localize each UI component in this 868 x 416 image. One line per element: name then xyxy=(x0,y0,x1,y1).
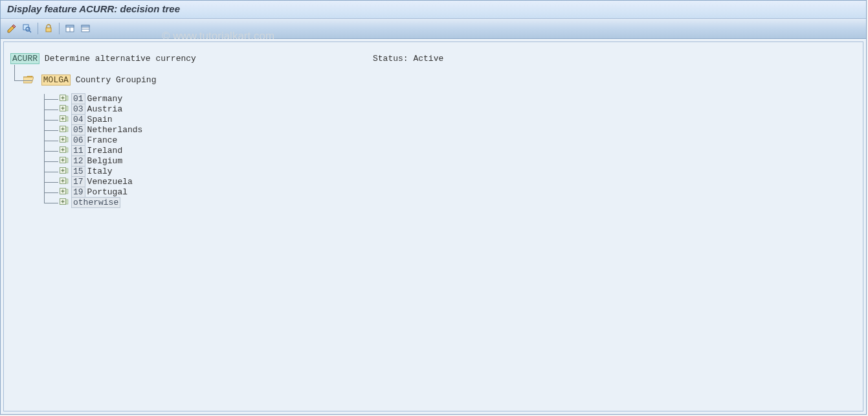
leaf-code: 12 xyxy=(71,156,85,167)
leaf-label: Netherlands xyxy=(87,125,143,135)
status-label: Status: xyxy=(373,54,408,64)
content-area: ACURR Determine alternative currency Sta… xyxy=(1,39,866,414)
svg-rect-49 xyxy=(66,189,68,194)
tree-root-row[interactable]: ACURR Determine alternative currency Sta… xyxy=(10,54,856,64)
edit-button[interactable] xyxy=(5,21,19,36)
lock-button[interactable] xyxy=(41,21,56,36)
root-code: ACURR xyxy=(10,53,39,64)
svg-rect-8 xyxy=(82,25,89,27)
leaf-code: 17 xyxy=(71,176,85,187)
app-window: Display feature ACURR: decision tree xyxy=(0,0,867,415)
title-bar: Display feature ACURR: decision tree xyxy=(1,1,866,19)
leaf-code: otherwise xyxy=(71,197,120,208)
expand-icon[interactable] xyxy=(60,135,69,143)
expand-icon[interactable] xyxy=(60,187,69,195)
leaf-code: 04 xyxy=(71,114,85,125)
leaf-code: 11 xyxy=(71,145,85,156)
tree-leaf[interactable]: 12Belgium xyxy=(60,156,856,167)
leaf-code: 05 xyxy=(71,124,85,135)
svg-rect-37 xyxy=(66,158,68,163)
expand-icon[interactable] xyxy=(60,177,69,185)
leaf-code: 15 xyxy=(71,166,85,177)
leaf-label: Spain xyxy=(87,115,113,124)
expand-icon[interactable] xyxy=(60,146,69,154)
expand-icon[interactable] xyxy=(60,104,69,112)
expand-icon[interactable] xyxy=(60,125,69,133)
tree-leaf[interactable]: 06France xyxy=(60,135,856,146)
expand-icon[interactable] xyxy=(60,156,69,164)
leaf-code: 06 xyxy=(71,135,85,146)
expand-icon[interactable] xyxy=(60,198,69,205)
leaf-code: 03 xyxy=(71,104,85,115)
leaf-label: Belgium xyxy=(87,156,123,166)
svg-rect-13 xyxy=(66,96,68,100)
layout1-button[interactable] xyxy=(63,21,77,36)
layout-icon xyxy=(65,23,75,34)
tree-leaf[interactable]: 17Venezuela xyxy=(60,177,856,187)
tree-leaf[interactable]: 15Italy xyxy=(60,167,856,177)
tree-leaf[interactable]: otherwise xyxy=(60,198,856,208)
leaf-label: Austria xyxy=(87,104,123,114)
tree-leaf[interactable]: 04Spain xyxy=(60,115,856,125)
svg-rect-41 xyxy=(66,168,68,173)
leaf-label: Ireland xyxy=(87,146,123,156)
expand-icon[interactable] xyxy=(60,94,69,102)
magnifier-icon xyxy=(22,23,32,34)
svg-rect-45 xyxy=(66,179,68,183)
decision-tree: ACURR Determine alternative currency Sta… xyxy=(4,42,863,402)
expand-icon[interactable] xyxy=(60,167,69,174)
svg-rect-3 xyxy=(46,28,51,32)
folder-open-icon xyxy=(23,76,34,84)
leaf-label: Italy xyxy=(87,167,113,176)
tree-leaf[interactable]: 11Ireland xyxy=(60,146,856,156)
root-label: Determine alternative currency xyxy=(45,54,196,64)
leaf-label: Venezuela xyxy=(87,177,133,187)
svg-rect-53 xyxy=(66,200,68,204)
page-title: Display feature ACURR: decision tree xyxy=(7,3,180,14)
tree-leaf[interactable]: 03Austria xyxy=(60,104,856,115)
leaf-code: 19 xyxy=(71,187,85,198)
svg-rect-17 xyxy=(66,106,68,111)
leaf-label: Germany xyxy=(87,94,123,104)
svg-rect-21 xyxy=(66,117,68,121)
svg-rect-33 xyxy=(66,148,68,152)
svg-rect-29 xyxy=(66,137,68,142)
expand-icon[interactable] xyxy=(60,115,69,122)
pencil-icon xyxy=(6,23,17,34)
inspect-button[interactable] xyxy=(20,21,34,36)
tree-children: 01Germany03Austria04Spain05Netherlands06… xyxy=(60,94,856,208)
svg-line-2 xyxy=(29,30,31,32)
status-value: Active xyxy=(413,54,443,64)
toolbar-separator xyxy=(38,23,38,34)
tree-leaf[interactable]: 05Netherlands xyxy=(60,125,856,135)
layout-alt-icon xyxy=(80,23,91,34)
layout2-button[interactable] xyxy=(78,21,93,36)
leaf-label: France xyxy=(87,135,118,145)
tree-leaf[interactable]: 01Germany xyxy=(60,94,856,104)
svg-rect-5 xyxy=(66,25,74,27)
svg-rect-25 xyxy=(66,127,68,132)
toolbar-separator xyxy=(59,23,60,34)
group-label: Country Grouping xyxy=(76,75,157,85)
tree-leaf[interactable]: 19Portugal xyxy=(60,187,856,198)
group-code: MOLGA xyxy=(41,75,71,86)
leaf-label: Portugal xyxy=(87,187,128,197)
tree-group-row[interactable]: MOLGA Country Grouping 01Germany03Austri… xyxy=(23,75,856,208)
lock-icon xyxy=(43,23,54,34)
toolbar xyxy=(1,19,866,39)
status-block: Status: Active xyxy=(373,54,443,64)
tree-scroll-region[interactable]: ACURR Determine alternative currency Sta… xyxy=(3,41,863,411)
leaf-code: 01 xyxy=(71,93,85,104)
